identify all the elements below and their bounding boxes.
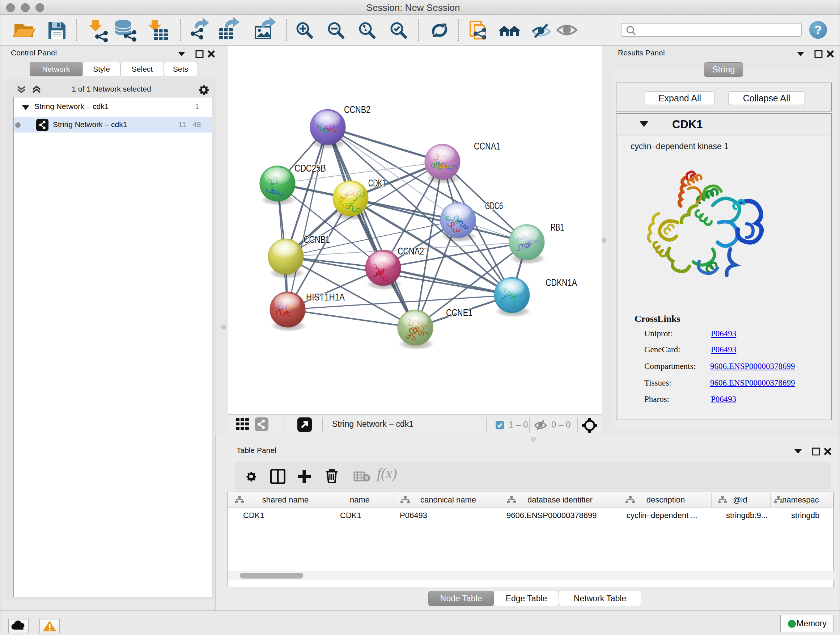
svg-text:CCNB1: CCNB1 — [303, 234, 330, 245]
svg-text:RB1: RB1 — [551, 222, 564, 233]
svg-text:CCNB2: CCNB2 — [344, 104, 370, 115]
svg-text:CDC25B: CDC25B — [294, 163, 326, 174]
svg-text:CCNA1: CCNA1 — [474, 141, 500, 152]
svg-text:CCNE1: CCNE1 — [446, 307, 472, 318]
svg-text:HIST1H1A: HIST1H1A — [306, 292, 345, 302]
svg-text:CCNA2: CCNA2 — [398, 246, 424, 257]
svg-text:CDK1: CDK1 — [368, 178, 386, 188]
svg-text:CDC6: CDC6 — [485, 201, 503, 211]
svg-text:CDKN1A: CDKN1A — [546, 277, 577, 288]
